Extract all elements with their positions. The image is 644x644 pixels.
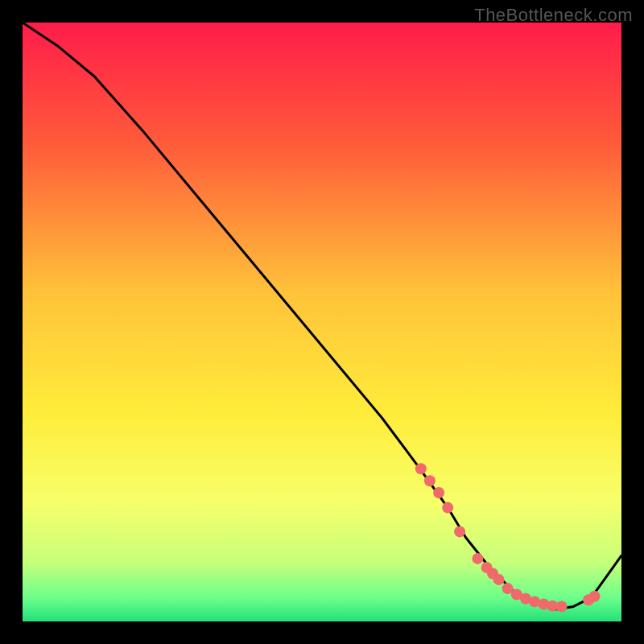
highlight-point (589, 591, 601, 602)
gradient-background (23, 23, 621, 621)
plot-area (23, 23, 621, 621)
highlight-point (493, 574, 505, 585)
highlight-point (442, 502, 453, 514)
highlight-point (433, 487, 444, 498)
highlight-point (472, 553, 483, 564)
watermark-text: TheBottleneck.com (474, 5, 633, 26)
highlight-point (415, 463, 427, 474)
highlight-point (454, 526, 465, 537)
chart-frame: TheBottleneck.com (0, 0, 644, 644)
highlight-point (556, 601, 568, 612)
chart-svg (23, 23, 621, 621)
highlight-point (424, 475, 436, 486)
